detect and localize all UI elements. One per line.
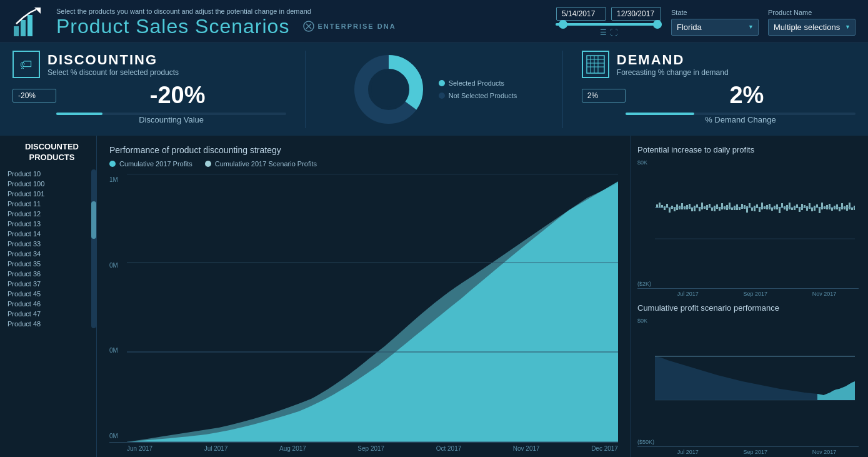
header-subtitle: Select the products you want to discount… xyxy=(56,8,396,15)
expand-icon[interactable]: ⛶ xyxy=(610,28,617,37)
list-item[interactable]: Product 37 xyxy=(7,279,89,288)
list-item[interactable]: Product 46 xyxy=(7,299,89,308)
x-label-jun: Jun 2017 xyxy=(127,445,152,452)
list-item[interactable]: Product 36 xyxy=(7,269,89,278)
legend-scenario: Cumulative 2017 Scenario Profits xyxy=(205,160,317,168)
svg-rect-57 xyxy=(736,204,738,210)
svg-rect-79 xyxy=(791,208,793,210)
svg-rect-61 xyxy=(746,206,748,213)
list-item[interactable]: Product 12 xyxy=(7,209,89,218)
donut-chart xyxy=(351,52,426,127)
selected-label: Selected Products xyxy=(449,79,504,87)
main-chart-title: Performance of product discounting strat… xyxy=(109,145,618,155)
discounting-input[interactable] xyxy=(12,89,56,103)
filter-icon[interactable]: ☰ xyxy=(600,28,607,37)
products-title: DISCOUNTEDPRODUCTS xyxy=(7,142,96,163)
x-axis-labels: Jun 2017 Jul 2017 Aug 2017 Sep 2017 Oct … xyxy=(109,443,618,452)
date-inputs xyxy=(556,7,661,21)
list-item[interactable]: Product 100 xyxy=(7,179,89,188)
x-label-aug: Aug 2017 xyxy=(279,445,306,452)
donut-label-selected: Selected Products xyxy=(439,79,517,87)
product-name-select-wrapper: Multiple selections Product 10 xyxy=(768,19,856,36)
demand-title-group: DEMAND Forecasting % change in demand xyxy=(617,52,729,77)
svg-rect-30 xyxy=(669,208,671,213)
svg-rect-40 xyxy=(694,206,696,211)
svg-rect-52 xyxy=(724,206,726,209)
svg-rect-70 xyxy=(769,204,771,209)
svg-rect-102 xyxy=(849,203,851,209)
svg-rect-64 xyxy=(754,206,756,211)
list-item[interactable]: Product 10 xyxy=(7,169,89,178)
charts-area: Performance of product discounting strat… xyxy=(97,136,631,457)
list-item[interactable]: Product 47 xyxy=(7,309,89,318)
svg-rect-36 xyxy=(684,206,686,209)
list-item[interactable]: Product 13 xyxy=(7,219,89,228)
list-item[interactable]: Product 48 xyxy=(7,319,89,328)
legend-profits: Cumulative 2017 Profits xyxy=(109,160,192,168)
svg-rect-56 xyxy=(734,206,736,210)
daily-profits-chart: Potential increase to daily profits $0K … xyxy=(637,145,859,297)
discounting-slider[interactable] xyxy=(56,113,286,115)
daily-profits-area: $0K ($2K) xyxy=(637,158,859,289)
products-scrollbar[interactable] xyxy=(91,169,96,328)
svg-rect-97 xyxy=(836,204,838,209)
svg-rect-99 xyxy=(841,203,843,209)
list-item[interactable]: Product 33 xyxy=(7,239,89,248)
main-chart: 1M 0M 0M 0M xyxy=(109,174,618,443)
y-label-0m-2: 0M xyxy=(109,262,118,269)
demand-slider[interactable] xyxy=(626,113,856,115)
brand-logo: ENTERPRISE DNA xyxy=(303,21,396,32)
x-label-sep: Sep 2017 xyxy=(357,445,384,452)
date-end-input[interactable] xyxy=(611,7,661,21)
list-item[interactable]: Product 14 xyxy=(7,229,89,238)
list-item[interactable]: Product 35 xyxy=(7,259,89,268)
svg-rect-69 xyxy=(766,205,768,209)
state-select[interactable]: Florida California Texas xyxy=(671,19,759,36)
list-item[interactable]: Product 101 xyxy=(7,189,89,198)
x-label-oct: Oct 2017 xyxy=(436,445,462,452)
cum-x-nov: Nov 2017 xyxy=(812,449,837,455)
svg-rect-83 xyxy=(801,204,803,210)
demand-icon xyxy=(586,54,606,74)
date-range: ☰ ⛶ xyxy=(556,7,662,37)
discounting-title-group: DISCOUNTING Select % discount for select… xyxy=(47,52,179,77)
demand-input[interactable] xyxy=(582,89,626,103)
header: Select the products you want to discount… xyxy=(0,0,868,43)
x-sep: Sep 2017 xyxy=(743,291,767,297)
product-name-select[interactable]: Multiple selections Product 10 xyxy=(768,19,856,36)
list-item[interactable]: Product 11 xyxy=(7,199,89,208)
state-select-wrapper: Florida California Texas xyxy=(671,19,759,36)
y-label-1m: 1M xyxy=(109,176,118,183)
svg-rect-86 xyxy=(809,203,811,209)
svg-rect-74 xyxy=(779,207,781,213)
cum-x-sep: Sep 2017 xyxy=(743,449,767,455)
divider-2 xyxy=(562,51,563,128)
svg-rect-37 xyxy=(686,205,688,209)
state-label: State xyxy=(671,9,759,16)
date-start-input[interactable] xyxy=(556,7,606,21)
demand-desc: Forecasting % change in demand xyxy=(617,68,729,77)
discounting-sublabel: Discounting Value xyxy=(56,115,286,124)
demand-header: DEMAND Forecasting % change in demand xyxy=(582,51,856,78)
demand-title: DEMAND xyxy=(617,52,729,68)
svg-rect-87 xyxy=(811,208,813,211)
date-slider-thumb-left[interactable] xyxy=(559,20,567,29)
date-slider-thumb-right[interactable] xyxy=(653,20,662,29)
list-item[interactable]: Product 34 xyxy=(7,249,89,258)
demand-value-row: 2% xyxy=(582,82,856,109)
cumulative-scenario-chart: Cumulative profit scenario performance $… xyxy=(637,303,859,455)
svg-rect-75 xyxy=(781,203,783,208)
svg-rect-88 xyxy=(814,206,816,211)
svg-rect-103 xyxy=(851,208,853,210)
products-list: Product 10Product 100Product 101Product … xyxy=(7,169,89,328)
product-name-label: Product Name xyxy=(768,9,856,16)
list-item[interactable]: Product 45 xyxy=(7,289,89,298)
date-slider[interactable] xyxy=(556,23,662,26)
svg-rect-41 xyxy=(696,204,698,208)
svg-rect-35 xyxy=(681,203,683,209)
demand-sublabel: % Demand Change xyxy=(626,115,856,124)
x-label-dec: Dec 2017 xyxy=(591,445,618,452)
cumulative-y-0k: $0K xyxy=(637,318,654,324)
daily-y-0k: $0K xyxy=(637,159,651,166)
scrollbar-thumb[interactable] xyxy=(91,201,96,239)
